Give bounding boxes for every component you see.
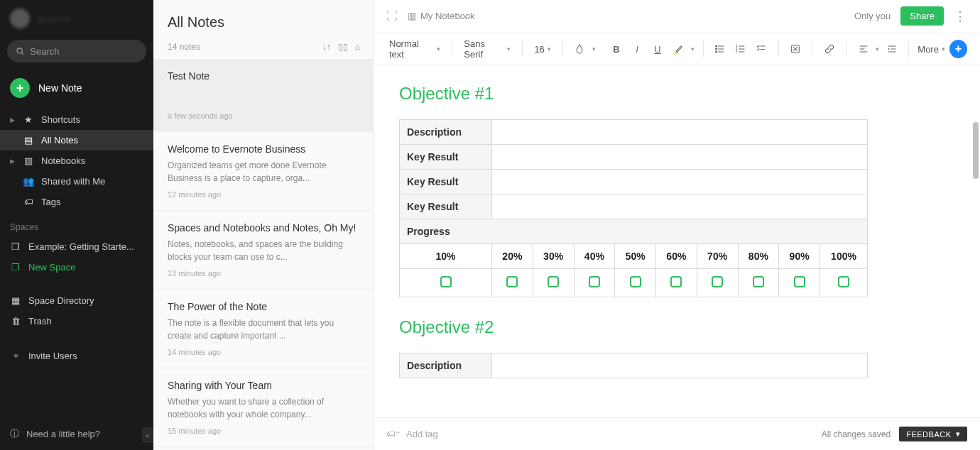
link-button[interactable] (821, 40, 837, 57)
checkbox-cell[interactable] (779, 269, 820, 297)
checkbox-cell[interactable] (400, 269, 492, 297)
info-icon: ⓘ (10, 427, 19, 440)
view-toggle-icon[interactable]: ▯▯ (338, 42, 348, 52)
invite-users[interactable]: ＋Invite Users (0, 344, 153, 367)
size-dropdown[interactable]: 16▾ (531, 41, 553, 57)
nav-notebooks[interactable]: ▶▥Notebooks (0, 150, 153, 171)
checkbox-icon[interactable] (630, 276, 641, 287)
share-button[interactable]: Share (900, 6, 944, 26)
cube-plus-icon: ❒ (10, 262, 21, 273)
nav-tags[interactable]: 🏷Tags (0, 192, 153, 212)
help-link[interactable]: ⓘNeed a little help? (0, 417, 153, 450)
percent-cell: 80% (738, 244, 779, 269)
clear-format-button[interactable] (787, 40, 803, 57)
font-color-chevron-icon[interactable]: ▾ (592, 45, 596, 53)
nav-shortcuts[interactable]: ▶★Shortcuts (0, 109, 153, 130)
bulleted-list-button[interactable] (712, 40, 729, 57)
editor-panel: ⛶ ▥ My Notebook Only you Share ⋮ Normal … (374, 0, 980, 450)
save-status: All changes saved (822, 429, 891, 439)
checkbox-icon[interactable] (589, 276, 600, 287)
font-dropdown[interactable]: Sans Serif▾ (461, 35, 513, 62)
note-list-items[interactable]: Test Notea few seconds agoWelcome to Eve… (153, 59, 373, 450)
checkbox-icon[interactable] (440, 276, 452, 287)
svg-point-6 (716, 51, 717, 53)
note-item[interactable]: Test Notea few seconds ago (153, 59, 373, 132)
search-box[interactable] (7, 40, 146, 62)
font-color-icon[interactable] (572, 40, 588, 57)
checkbox-cell[interactable] (533, 269, 574, 297)
nav-label: Shared with Me (41, 176, 105, 187)
align-button[interactable] (855, 40, 871, 57)
feedback-button[interactable]: FEEDBACK▾ (899, 427, 967, 441)
row-value-cell[interactable] (492, 170, 868, 194)
sort-icon[interactable]: ↓↑ (322, 42, 331, 52)
note-item[interactable]: The Power of the NoteThe note is a flexi… (153, 290, 373, 368)
checkbox-cell[interactable] (656, 269, 697, 297)
new-note-button[interactable]: + New Note (0, 71, 153, 105)
size-label: 16 (534, 44, 544, 55)
row-value-cell[interactable] (492, 194, 868, 219)
star-icon: ★ (23, 114, 34, 125)
checkbox-icon[interactable] (753, 276, 764, 287)
row-value-cell[interactable] (492, 353, 868, 378)
row-value-cell[interactable] (492, 145, 868, 170)
add-tag[interactable]: 🏷⁺ Add tag (386, 429, 438, 439)
nav-all-notes[interactable]: ▤All Notes (0, 130, 153, 150)
italic-button[interactable]: I (629, 40, 646, 57)
people-icon: 👥 (23, 176, 34, 187)
cube-icon: ❒ (10, 241, 21, 252)
underline-button[interactable]: U (650, 40, 666, 57)
more-options-icon[interactable]: ⋮ (954, 9, 967, 24)
row-value-cell[interactable] (492, 120, 868, 145)
checklist-button[interactable] (753, 40, 770, 57)
percent-cell: 100% (820, 244, 868, 269)
more-dropdown[interactable]: More▾ (918, 44, 945, 55)
nav-label: Shortcuts (41, 114, 80, 125)
expand-icon[interactable]: ⛶ (386, 10, 398, 23)
checkbox-icon[interactable] (506, 276, 518, 287)
numbered-list-button[interactable]: 123 (733, 40, 749, 57)
checkbox-cell[interactable] (820, 269, 868, 297)
checkbox-cell[interactable] (615, 269, 656, 297)
checkbox-icon[interactable] (838, 276, 849, 287)
checkbox-icon[interactable] (670, 276, 682, 287)
new-space[interactable]: ❒New Space (0, 257, 153, 278)
note-item[interactable]: Welcome to Evernote BusinessOrganized te… (153, 132, 373, 211)
highlight-button[interactable] (670, 40, 687, 57)
section-spaces-label: Spaces (0, 212, 153, 236)
add-button[interactable]: + (949, 40, 967, 58)
filter-icon[interactable]: ⌂ (355, 42, 360, 52)
note-item[interactable]: Spaces and Notebooks and Notes, Oh My!No… (153, 211, 373, 290)
collapse-sidebar-button[interactable]: « (142, 427, 153, 443)
vertical-scrollbar[interactable] (971, 65, 980, 399)
checkbox-icon[interactable] (712, 276, 723, 287)
percent-cell: 40% (574, 244, 615, 269)
note-list-title: All Notes (168, 14, 359, 31)
text-style-dropdown[interactable]: Normal text▾ (386, 35, 443, 62)
checkbox-cell[interactable] (697, 269, 738, 297)
align-chevron-icon[interactable]: ▾ (876, 45, 879, 53)
profile-area[interactable]: — — — (0, 0, 153, 37)
note-list-panel: All Notes 14 notes ↓↑ ▯▯ ⌂ Test Notea fe… (153, 0, 374, 450)
search-input[interactable] (30, 46, 138, 57)
svg-text:3: 3 (736, 50, 738, 53)
checkbox-icon[interactable] (548, 276, 559, 287)
checkbox-cell[interactable] (738, 269, 779, 297)
nav-trash[interactable]: 🗑Trash (0, 311, 153, 331)
bold-button[interactable]: B (609, 40, 625, 57)
editor-body[interactable]: Objective #1 DescriptionKey ResultKey Re… (374, 65, 980, 417)
scrollbar-thumb[interactable] (973, 122, 979, 179)
space-directory[interactable]: ▦Space Directory (0, 290, 153, 311)
svg-point-0 (17, 48, 22, 53)
notebook-icon: ▥ (23, 155, 34, 166)
space-example[interactable]: ❒Example: Getting Starte... (0, 236, 153, 257)
checkbox-cell[interactable] (492, 269, 533, 297)
progress-checkbox-row (400, 269, 868, 297)
checkbox-icon[interactable] (794, 276, 805, 287)
indent-button[interactable] (883, 40, 900, 57)
nav-shared[interactable]: 👥Shared with Me (0, 171, 153, 192)
notebook-badge[interactable]: ▥ My Notebook (408, 11, 475, 21)
checkbox-cell[interactable] (574, 269, 615, 297)
highlight-chevron-icon[interactable]: ▾ (691, 45, 695, 53)
note-item[interactable]: Sharing with Your TeamWhether you want t… (153, 368, 373, 447)
